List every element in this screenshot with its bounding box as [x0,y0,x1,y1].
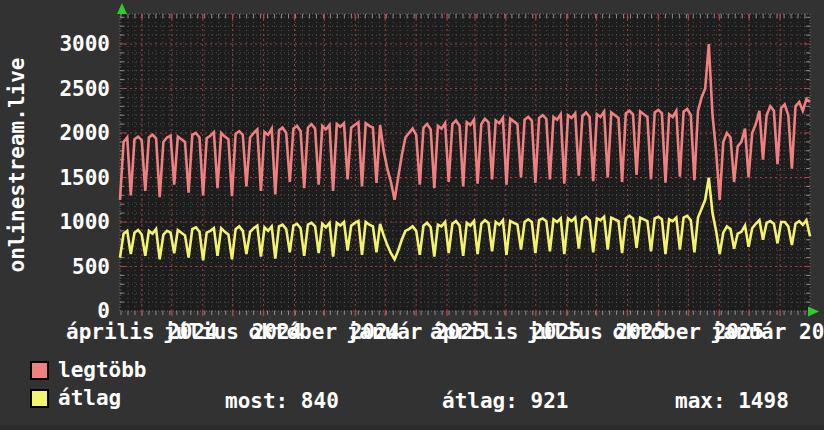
y-axis-tick-label: 2500 [0,77,110,101]
y-axis-tick-label: 2000 [0,121,110,145]
bottom-edge-strip [0,425,824,430]
y-axis-tick-label: 1000 [0,210,110,234]
y-axis-tick-label: 1500 [0,166,110,190]
legend-swatch [30,361,49,380]
x-axis-tick-label: január 2026 [670,320,824,345]
legend-swatch [30,389,49,408]
y-axis-tick-label: 500 [0,255,110,279]
rrd-graph: onlinestream.live 0500100015002000250030… [0,0,824,430]
stat-most: most: 840 [225,389,339,413]
stat-atlag: átlag: 921 [442,389,568,413]
y-axis-tick-label: 3000 [0,32,110,56]
legend-label: legtöbb [58,358,147,382]
legend-label: átlag [58,386,121,410]
stat-max: max: 1498 [675,389,789,413]
